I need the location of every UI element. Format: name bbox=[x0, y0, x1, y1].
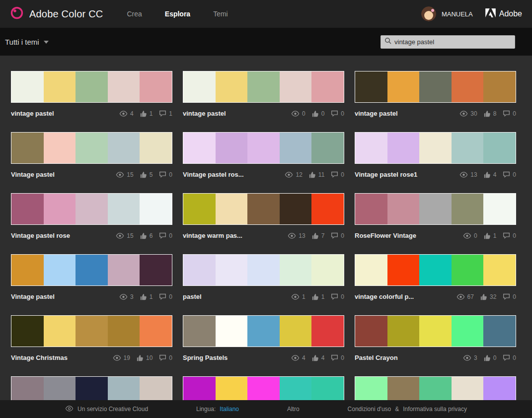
color-swatch[interactable] bbox=[140, 316, 172, 347]
nav-item-temi[interactable]: Temi bbox=[213, 10, 228, 18]
user-name[interactable]: MANUELA bbox=[442, 10, 473, 18]
color-swatch[interactable] bbox=[140, 194, 172, 224]
color-swatch[interactable] bbox=[452, 133, 484, 163]
avatar[interactable] bbox=[421, 6, 436, 21]
color-swatch[interactable] bbox=[76, 71, 108, 102]
color-swatch[interactable] bbox=[387, 133, 420, 163]
theme-card[interactable]: vintage colorful p... 67 32 bbox=[355, 254, 516, 301]
color-swatch[interactable] bbox=[311, 255, 344, 285]
likes-stat[interactable]: 0 bbox=[484, 354, 497, 361]
color-swatch[interactable] bbox=[247, 316, 280, 347]
likes-stat[interactable]: 1 bbox=[312, 293, 325, 300]
comments-stat[interactable]: 0 bbox=[503, 293, 516, 300]
likes-stat[interactable]: 1 bbox=[140, 293, 153, 300]
color-swatch[interactable] bbox=[76, 316, 108, 347]
likes-stat[interactable]: 4 bbox=[484, 171, 497, 178]
nav-item-esplora[interactable]: Esplora bbox=[165, 10, 190, 18]
theme-card[interactable]: vintage pastel 0 0 bbox=[183, 71, 344, 118]
color-swatch[interactable] bbox=[452, 194, 484, 224]
color-swatch[interactable] bbox=[108, 133, 140, 163]
theme-card[interactable]: pastel 1 1 bbox=[183, 254, 344, 301]
likes-stat[interactable]: 4 bbox=[312, 354, 325, 361]
color-swatch[interactable] bbox=[311, 194, 344, 224]
color-swatch[interactable] bbox=[452, 255, 484, 285]
color-swatch[interactable] bbox=[11, 255, 44, 285]
color-swatch[interactable] bbox=[280, 316, 312, 347]
themes-filter-dropdown[interactable]: Tutti i temi bbox=[5, 38, 49, 46]
theme-card[interactable]: vintage pastel 30 8 bbox=[355, 71, 516, 118]
color-swatch[interactable] bbox=[108, 71, 140, 102]
color-swatch[interactable] bbox=[419, 71, 452, 102]
adobe-logo[interactable]: Adobe bbox=[485, 8, 522, 19]
comments-stat[interactable]: 0 bbox=[331, 354, 344, 361]
comments-stat[interactable]: 0 bbox=[159, 232, 172, 239]
comments-stat[interactable]: 0 bbox=[331, 232, 344, 239]
creative-cloud-service[interactable]: Un servizio Creative Cloud bbox=[65, 406, 148, 413]
comments-stat[interactable]: 0 bbox=[503, 354, 516, 361]
theme-card[interactable]: Vintage pastel ros... 12 11 bbox=[183, 132, 344, 179]
comments-stat[interactable]: 0 bbox=[159, 354, 172, 361]
color-swatch[interactable] bbox=[483, 133, 516, 163]
theme-card[interactable]: Vintage Christmas 19 10 bbox=[11, 315, 172, 362]
color-swatch[interactable] bbox=[183, 71, 216, 102]
color-swatch[interactable] bbox=[44, 133, 76, 163]
color-swatch[interactable] bbox=[355, 194, 387, 224]
color-swatch[interactable] bbox=[280, 133, 312, 163]
color-swatch[interactable] bbox=[452, 71, 484, 102]
color-swatch[interactable] bbox=[183, 255, 216, 285]
color-swatch[interactable] bbox=[355, 71, 387, 102]
color-swatch[interactable] bbox=[355, 133, 387, 163]
color-swatch[interactable] bbox=[247, 255, 280, 285]
color-swatch[interactable] bbox=[311, 316, 344, 347]
color-swatch[interactable] bbox=[108, 316, 140, 347]
comments-stat[interactable]: 0 bbox=[503, 232, 516, 239]
more-link[interactable]: Altro bbox=[287, 406, 300, 413]
color-swatch[interactable] bbox=[183, 194, 216, 224]
color-swatch[interactable] bbox=[44, 316, 76, 347]
nav-item-crea[interactable]: Crea bbox=[127, 10, 142, 18]
comments-stat[interactable]: 0 bbox=[159, 171, 172, 178]
theme-card[interactable]: Vintage pastel rose1 13 4 bbox=[355, 132, 516, 179]
likes-stat[interactable]: 7 bbox=[312, 232, 325, 239]
color-swatch[interactable] bbox=[216, 316, 248, 347]
color-swatch[interactable] bbox=[11, 133, 44, 163]
color-swatch[interactable] bbox=[11, 316, 44, 347]
likes-stat[interactable]: 32 bbox=[480, 293, 496, 300]
color-swatch[interactable] bbox=[387, 71, 420, 102]
color-swatch[interactable] bbox=[483, 316, 516, 347]
color-swatch[interactable] bbox=[280, 194, 312, 224]
likes-stat[interactable]: 0 bbox=[312, 110, 325, 117]
comments-stat[interactable]: 0 bbox=[331, 293, 344, 300]
color-swatch[interactable] bbox=[108, 194, 140, 224]
color-swatch[interactable] bbox=[483, 71, 516, 102]
color-swatch[interactable] bbox=[11, 71, 44, 102]
color-swatch[interactable] bbox=[44, 194, 76, 224]
theme-card[interactable]: Vintage pastel 15 5 bbox=[11, 132, 172, 179]
color-swatch[interactable] bbox=[76, 133, 108, 163]
color-swatch[interactable] bbox=[183, 133, 216, 163]
likes-stat[interactable]: 5 bbox=[140, 171, 153, 178]
likes-stat[interactable]: 10 bbox=[137, 354, 152, 361]
color-swatch[interactable] bbox=[247, 71, 280, 102]
color-swatch[interactable] bbox=[108, 255, 140, 285]
color-swatch[interactable] bbox=[483, 255, 516, 285]
color-swatch[interactable] bbox=[140, 71, 172, 102]
terms-link[interactable]: Condizioni d'uso bbox=[348, 406, 391, 413]
color-swatch[interactable] bbox=[247, 133, 280, 163]
color-swatch[interactable] bbox=[183, 316, 216, 347]
theme-card[interactable]: Vintage pastel rose 15 6 bbox=[11, 193, 172, 240]
color-swatch[interactable] bbox=[419, 316, 452, 347]
color-swatch[interactable] bbox=[216, 133, 248, 163]
color-swatch[interactable] bbox=[216, 255, 248, 285]
color-swatch[interactable] bbox=[387, 255, 420, 285]
theme-card[interactable]: Pastel Crayon 3 0 bbox=[355, 315, 516, 362]
comments-stat[interactable]: 0 bbox=[331, 110, 344, 117]
color-swatch[interactable] bbox=[44, 255, 76, 285]
color-swatch[interactable] bbox=[140, 255, 172, 285]
color-swatch[interactable] bbox=[216, 194, 248, 224]
theme-card[interactable]: RoseFlower Vintage 0 1 bbox=[355, 193, 516, 240]
color-swatch[interactable] bbox=[419, 133, 452, 163]
theme-card[interactable]: vintage pastel 4 1 bbox=[11, 71, 172, 118]
color-swatch[interactable] bbox=[452, 316, 484, 347]
color-swatch[interactable] bbox=[247, 194, 280, 224]
